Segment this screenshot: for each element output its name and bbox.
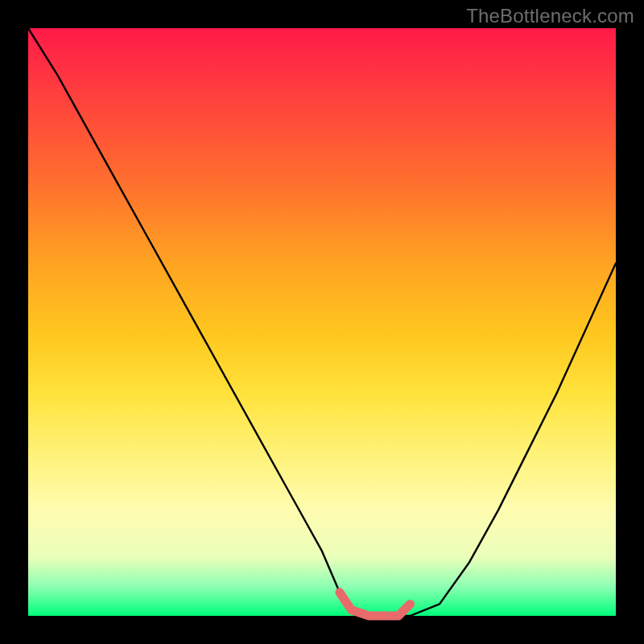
bottleneck-curve	[28, 28, 616, 616]
plot-area	[28, 28, 616, 616]
watermark-text: TheBottleneck.com	[466, 5, 634, 27]
curve-svg	[28, 28, 616, 616]
highlight-band	[340, 592, 411, 616]
chart-frame: TheBottleneck.com	[0, 0, 644, 644]
